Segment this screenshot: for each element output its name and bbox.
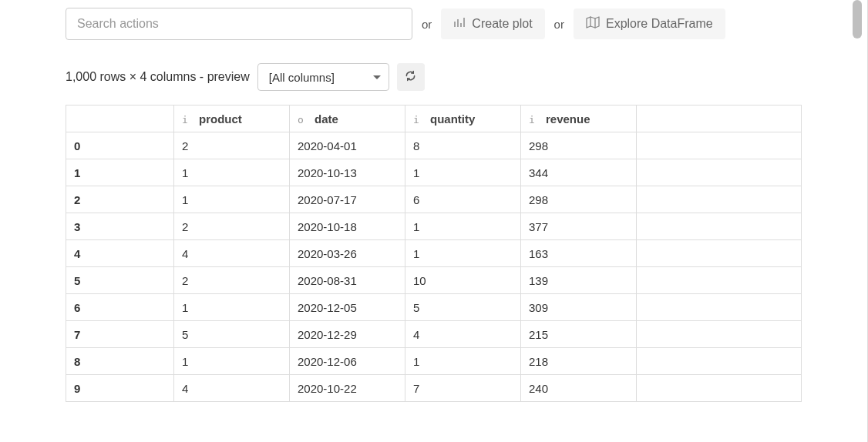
map-icon	[586, 16, 600, 32]
data-cell: 2	[174, 213, 290, 240]
table-body: 022020-04-018298112020-10-131344212020-0…	[66, 132, 802, 402]
or-text-1: or	[422, 18, 432, 31]
explore-dataframe-button[interactable]: Explore DataFrame	[574, 8, 725, 39]
data-cell: 4	[174, 375, 290, 402]
data-cell: 377	[521, 213, 637, 240]
table-row[interactable]: 812020-12-061218	[66, 348, 802, 375]
main-container: or Create plot or Explore Da	[0, 0, 868, 442]
index-cell: 1	[66, 159, 174, 186]
data-cell: 8	[405, 132, 521, 159]
data-cell: 139	[521, 267, 637, 294]
type-badge: i	[182, 114, 191, 126]
columns-select-value: [All columns]	[269, 71, 335, 84]
column-name: revenue	[546, 112, 590, 126]
empty-cell	[637, 294, 802, 321]
index-cell: 9	[66, 375, 174, 402]
data-cell: 6	[405, 186, 521, 213]
index-cell: 7	[66, 321, 174, 348]
data-cell: 2020-10-18	[290, 213, 405, 240]
data-cell: 1	[174, 159, 290, 186]
column-header-empty	[637, 105, 802, 132]
data-cell: 4	[174, 240, 290, 267]
column-header-revenue[interactable]: irevenue	[521, 105, 637, 132]
table-row[interactable]: 322020-10-181377	[66, 213, 802, 240]
explore-dataframe-label: Explore DataFrame	[606, 17, 713, 31]
row-column-info: 1,000 rows × 4 columns - preview	[66, 70, 250, 84]
data-cell: 2020-03-26	[290, 240, 405, 267]
table-row[interactable]: 022020-04-018298	[66, 132, 802, 159]
table-row[interactable]: 752020-12-294215	[66, 321, 802, 348]
table-row[interactable]: 612020-12-055309	[66, 294, 802, 321]
data-cell: 5	[174, 321, 290, 348]
data-cell: 1	[174, 294, 290, 321]
toolbar: or Create plot or Explore Da	[66, 8, 802, 40]
index-column-header[interactable]	[66, 105, 174, 132]
index-cell: 5	[66, 267, 174, 294]
data-cell: 2020-12-29	[290, 321, 405, 348]
index-cell: 8	[66, 348, 174, 375]
empty-cell	[637, 321, 802, 348]
column-header-product[interactable]: iproduct	[174, 105, 290, 132]
type-badge: i	[413, 114, 422, 126]
empty-cell	[637, 186, 802, 213]
data-cell: 2020-07-17	[290, 186, 405, 213]
create-plot-button[interactable]: Create plot	[441, 8, 544, 39]
table-row[interactable]: 442020-03-261163	[66, 240, 802, 267]
chevron-down-icon	[373, 75, 381, 79]
data-cell: 240	[521, 375, 637, 402]
data-cell: 1	[174, 186, 290, 213]
data-cell: 1	[405, 213, 521, 240]
data-cell: 344	[521, 159, 637, 186]
column-name: product	[199, 112, 242, 126]
or-text-2: or	[554, 18, 564, 31]
index-cell: 2	[66, 186, 174, 213]
data-cell: 2020-04-01	[290, 132, 405, 159]
index-cell: 3	[66, 213, 174, 240]
refresh-icon	[405, 70, 416, 84]
data-cell: 309	[521, 294, 637, 321]
data-cell: 7	[405, 375, 521, 402]
table-header-row: iproductodateiquantityirevenue	[66, 105, 802, 132]
create-plot-label: Create plot	[472, 17, 532, 31]
empty-cell	[637, 213, 802, 240]
index-cell: 6	[66, 294, 174, 321]
data-cell: 2	[174, 132, 290, 159]
data-table: iproductodateiquantityirevenue 022020-04…	[66, 105, 802, 402]
data-cell: 2020-10-22	[290, 375, 405, 402]
search-input[interactable]	[66, 8, 412, 40]
data-cell: 1	[405, 348, 521, 375]
empty-cell	[637, 240, 802, 267]
chart-icon	[453, 16, 466, 32]
data-cell: 2	[174, 267, 290, 294]
table-row[interactable]: 112020-10-131344	[66, 159, 802, 186]
data-cell: 2020-12-05	[290, 294, 405, 321]
data-cell: 215	[521, 321, 637, 348]
data-cell: 4	[405, 321, 521, 348]
meta-row: 1,000 rows × 4 columns - preview [All co…	[66, 63, 802, 91]
table-row[interactable]: 522020-08-3110139	[66, 267, 802, 294]
type-badge: o	[298, 114, 307, 126]
column-header-date[interactable]: odate	[290, 105, 405, 132]
data-cell: 10	[405, 267, 521, 294]
empty-cell	[637, 267, 802, 294]
empty-cell	[637, 159, 802, 186]
refresh-button[interactable]	[397, 63, 425, 91]
index-cell: 0	[66, 132, 174, 159]
columns-select[interactable]: [All columns]	[257, 63, 389, 91]
data-cell: 5	[405, 294, 521, 321]
data-cell: 218	[521, 348, 637, 375]
index-cell: 4	[66, 240, 174, 267]
table-row[interactable]: 212020-07-176298	[66, 186, 802, 213]
empty-cell	[637, 348, 802, 375]
data-cell: 2020-10-13	[290, 159, 405, 186]
type-badge: i	[529, 114, 538, 126]
table-row[interactable]: 942020-10-227240	[66, 375, 802, 402]
data-cell: 298	[521, 132, 637, 159]
scrollbar-thumb[interactable]	[853, 0, 862, 39]
column-header-quantity[interactable]: iquantity	[405, 105, 521, 132]
column-name: date	[315, 112, 338, 126]
data-cell: 2020-12-06	[290, 348, 405, 375]
empty-cell	[637, 375, 802, 402]
data-cell: 1	[405, 240, 521, 267]
empty-cell	[637, 132, 802, 159]
